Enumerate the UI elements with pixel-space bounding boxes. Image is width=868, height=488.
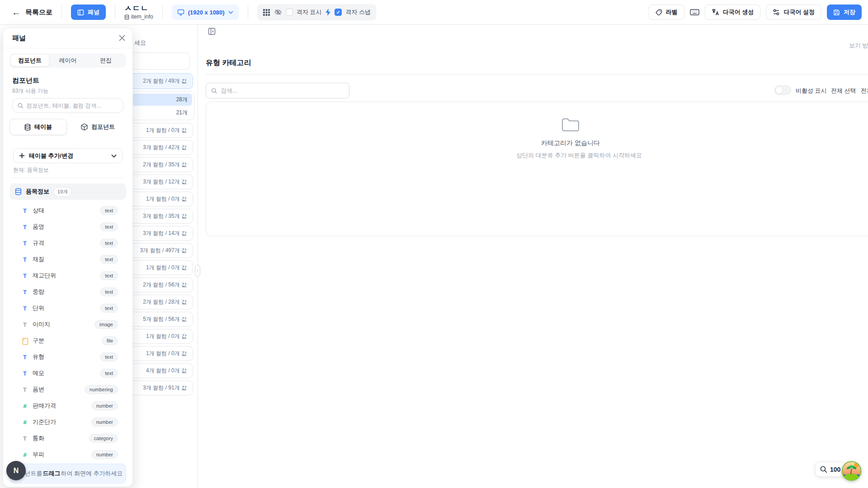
back-to-list-button[interactable]: 목록으로 [25, 8, 52, 17]
empty-state-content: 카테고리가 없습니다 상단의 대분류 추가 버튼을 클릭하여 시작하세요 [516, 117, 625, 160]
field-row[interactable]: # 기준단가 number [3, 414, 132, 430]
field-row[interactable]: T 규격 text [3, 235, 132, 251]
save-button[interactable]: 저장 [827, 5, 862, 20]
database-icon [124, 14, 129, 20]
i18n-generate-button[interactable]: 다국어 생성 [705, 5, 761, 20]
main-canvas: 보기 방식 유형 카테고리 비활성 표시 전체 선택 전체 해제 카테고리가 없… [198, 25, 868, 488]
lightning-icon [325, 9, 331, 16]
toggle-knob [775, 86, 783, 94]
grid-show-label: 격자 표시 [297, 8, 322, 16]
page-title: ㅅㄷㄴ [124, 4, 149, 13]
collapse-sidebar-icon[interactable] [208, 28, 216, 35]
field-type-badge: text [100, 206, 118, 215]
field-name: 품명 [33, 223, 44, 231]
field-type-icon: T [21, 207, 29, 214]
field-type-icon: # [21, 451, 29, 458]
tab-components[interactable]: 컴포넌트 [11, 55, 49, 66]
field-type-icon: T [21, 435, 29, 442]
tag-icon [656, 9, 662, 16]
field-name: 단위 [33, 304, 44, 312]
section-divider [206, 74, 868, 75]
tab-edit[interactable]: 편집 [87, 55, 125, 66]
back-arrow-icon[interactable]: ← [12, 8, 21, 17]
field-type-badge: text [100, 239, 118, 248]
partial-instruction-text: 세요 [134, 39, 146, 47]
field-type-icon: T [21, 256, 29, 263]
panel-search-box[interactable] [12, 98, 123, 113]
mode-component-button[interactable]: 컴포넌트 [70, 119, 126, 135]
field-row[interactable]: T 단위 text [3, 300, 132, 316]
database-icon [15, 188, 22, 195]
divider [115, 5, 115, 19]
panel-icon [77, 9, 84, 16]
field-row[interactable]: 구분 file [3, 333, 132, 349]
panel-resize-handle[interactable]: ⁝ [195, 265, 200, 277]
topbar-left: ← 목록으로 패널 ㅅㄷㄴ item_info (868 x 488) [0, 0, 376, 24]
panel-title: 패널 [12, 34, 26, 42]
chevron-down-icon [111, 154, 117, 158]
inactive-toggle[interactable] [774, 85, 791, 95]
field-name: 유형 [33, 353, 44, 361]
field-row[interactable]: T 품번 numbering [3, 381, 132, 398]
grid-show-checkbox[interactable] [286, 9, 293, 16]
field-type-badge: image [94, 320, 118, 329]
table-header-row[interactable]: 품목정보 19개 [9, 183, 126, 200]
select-all-button[interactable]: 전체 선택 [831, 87, 856, 95]
field-type-icon: T [21, 370, 29, 377]
user-avatar-island[interactable] [841, 461, 862, 481]
keyboard-shortcuts-button[interactable] [690, 9, 699, 16]
field-row[interactable]: T 상태 text [3, 202, 132, 219]
document-title-block: ㅅㄷㄴ item_info [124, 4, 153, 20]
add-table-button[interactable]: 테이블 추가/변경 [13, 148, 123, 163]
field-name: 통화 [33, 434, 44, 442]
field-row[interactable]: T 재고단위 text [3, 267, 132, 284]
cube-icon [81, 123, 88, 131]
field-row[interactable]: T 유형 text [3, 349, 132, 365]
field-row[interactable]: T 재질 text [3, 251, 132, 267]
field-row[interactable]: T 메모 text [3, 365, 132, 381]
field-name: 기준단가 [33, 418, 56, 426]
panel-search-input[interactable] [27, 103, 118, 109]
drag-hint-banner: 컴포넌트를 드래그하여 화면에 추가하세요 [9, 464, 126, 483]
mode-table-button[interactable]: 테이블 [9, 119, 67, 135]
field-row[interactable]: T 중량 text [3, 284, 132, 300]
eye-off-icon[interactable] [274, 9, 282, 16]
field-type-badge: text [100, 271, 118, 280]
field-type-icon [21, 338, 29, 344]
panel-toggle-button[interactable]: 패널 [71, 5, 106, 20]
field-name: 품번 [33, 385, 44, 394]
resolution-selector[interactable]: (868 x 488) [172, 5, 239, 20]
field-row[interactable]: # 판매가격 number [3, 398, 132, 414]
i18n-settings-button[interactable]: 다국어 설정 [766, 5, 821, 20]
field-row[interactable]: T 통화 category [3, 430, 132, 446]
field-type-icon: T [21, 240, 29, 247]
label-button[interactable]: 라벨 [649, 5, 684, 20]
collaborator-cursor-badge: N [6, 461, 26, 480]
view-mode-label[interactable]: 보기 방식 [849, 42, 868, 50]
section-title: 유형 카테고리 [206, 58, 251, 68]
field-type-badge: text [100, 255, 118, 264]
search-icon [211, 88, 217, 94]
plus-icon [19, 153, 25, 159]
grid-snap-checkbox[interactable] [335, 9, 342, 16]
chevron-down-icon [228, 11, 233, 14]
field-name: 상태 [33, 206, 44, 215]
components-available-count: 83개 사용 가능 [12, 87, 48, 95]
field-type-icon: # [21, 419, 29, 426]
category-search-box[interactable] [206, 83, 349, 99]
field-row[interactable]: # 부피 number [3, 446, 132, 463]
category-search-input[interactable] [221, 87, 344, 94]
panel-tabs: 컴포넌트 레이어 편집 [9, 53, 126, 68]
settings-sliders-icon [773, 9, 780, 16]
tab-layers[interactable]: 레이어 [49, 55, 87, 66]
keyboard-icon [690, 9, 699, 16]
field-row[interactable]: T 이미지 image [3, 316, 132, 333]
field-type-badge: text [100, 352, 118, 361]
translate-icon [712, 9, 719, 16]
field-row[interactable]: T 품명 text [3, 219, 132, 235]
field-name: 판매가격 [33, 402, 56, 410]
zoom-level-value: 100 [830, 466, 840, 473]
close-icon[interactable] [119, 35, 125, 41]
field-type-badge: numbering [85, 385, 118, 394]
clipped-action-button[interactable]: 전체 해제 [861, 87, 868, 95]
